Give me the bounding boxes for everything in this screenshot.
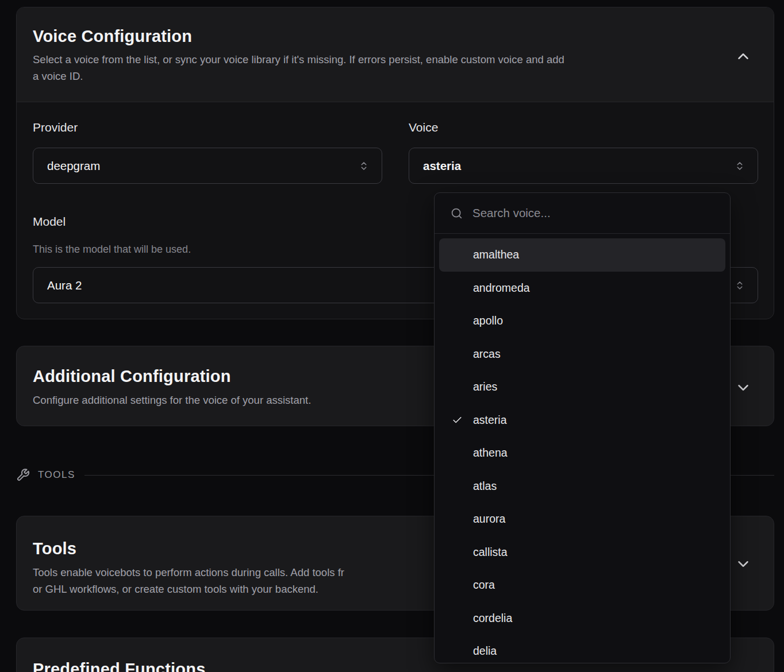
voice-configuration-header: Voice Configuration Select a voice from … (17, 7, 774, 102)
voice-search-input[interactable] (472, 206, 714, 220)
voice-option[interactable]: andromeda (439, 272, 725, 305)
chevron-down-icon (735, 379, 752, 396)
voice-option[interactable]: cordelia (439, 602, 725, 635)
chevron-up-icon (735, 48, 752, 65)
voice-option-label: atlas (473, 480, 497, 493)
voice-configuration-description: Select a voice from the list, or sync yo… (33, 51, 758, 84)
provider-select[interactable]: deepgram (33, 148, 382, 184)
provider-label: Provider (33, 121, 78, 134)
wrench-icon (16, 468, 30, 482)
voice-option-label: andromeda (473, 281, 530, 295)
voice-option-label: athena (473, 446, 508, 459)
model-label: Model (33, 215, 66, 229)
model-value: Aura 2 (47, 279, 82, 292)
voice-select[interactable]: asteria (409, 148, 758, 184)
voice-option[interactable]: atlas (439, 470, 725, 503)
voice-option[interactable]: delia (439, 635, 725, 663)
voice-label: Voice (409, 121, 438, 134)
voice-search-row (435, 193, 730, 234)
expand-section-button[interactable] (735, 379, 752, 396)
voice-option-label: aurora (473, 512, 505, 526)
voice-option[interactable]: apollo (439, 304, 725, 338)
chevrons-up-down-icon (359, 161, 369, 171)
voice-options-list: amalthea andromeda apollo arcas aries (435, 234, 730, 663)
voice-option-label: cordelia (473, 612, 512, 625)
voice-settings-page: Voice Configuration Select a voice from … (0, 0, 784, 672)
check-icon (452, 415, 463, 426)
voice-option-selected[interactable]: asteria (439, 404, 725, 437)
expand-section-button[interactable] (735, 555, 752, 573)
voice-option[interactable]: arcas (439, 338, 725, 371)
chevron-down-icon (735, 555, 752, 573)
voice-option-label: aries (473, 380, 497, 393)
voice-option[interactable]: aries (439, 370, 725, 404)
voice-configuration-title: Voice Configuration (33, 27, 758, 46)
voice-value: asteria (423, 159, 461, 173)
voice-option[interactable]: amalthea (439, 238, 725, 272)
voice-option-label: arcas (473, 347, 501, 361)
model-description: This is the model that will be used. (33, 244, 191, 256)
voice-option[interactable]: aurora (439, 503, 725, 536)
tools-section-label: TOOLS (38, 469, 75, 481)
voice-option-label: apollo (473, 314, 503, 327)
voice-option-label: callista (473, 546, 508, 559)
chevrons-up-down-icon (735, 280, 745, 291)
voice-option-label: delia (473, 644, 497, 658)
collapse-section-button[interactable] (735, 48, 752, 65)
voice-option[interactable]: athena (439, 437, 725, 470)
voice-dropdown-popover: amalthea andromeda apollo arcas aries (434, 192, 731, 663)
chevrons-up-down-icon (735, 161, 745, 171)
provider-value: deepgram (47, 159, 100, 173)
voice-option[interactable]: cora (439, 569, 725, 602)
voice-option-label: cora (473, 578, 495, 592)
check-slot (452, 415, 473, 426)
voice-option-label: amalthea (473, 248, 519, 261)
voice-option[interactable]: callista (439, 536, 725, 569)
voice-option-label: asteria (473, 414, 507, 427)
search-icon (451, 207, 463, 219)
